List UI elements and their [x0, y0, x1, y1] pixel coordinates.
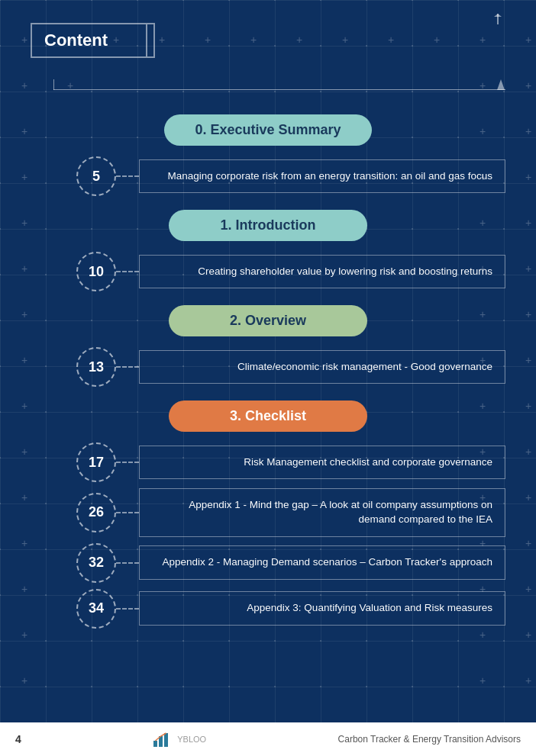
page-title: Content [44, 31, 108, 50]
section-text-box-7: Risk Management checklist and corporate … [139, 446, 505, 480]
heading-pill-4: 2. Overview [169, 305, 367, 336]
section-row-5: 13Climate/economic risk management - Goo… [31, 347, 505, 387]
section-row-3: 10Creating shareholder value by lowering… [31, 252, 505, 291]
content-title-wrapper: Content [31, 23, 505, 81]
section-number-9: 32 [76, 543, 116, 583]
heading-pill-2: 1. Introduction [169, 210, 367, 241]
section-text-box-10: Appendix 3: Quantifying Valuation and Ri… [139, 591, 505, 626]
sections-container: 0. Executive Summary5Managing corporate … [31, 114, 505, 629]
section-text-box-1: Managing corporate risk from an energy t… [139, 159, 505, 194]
title-bottom-right-arrow [493, 79, 509, 90]
dashed-connector-5 [116, 366, 139, 368]
title-bottom-bracket [53, 79, 505, 90]
footer-chart-icon [153, 732, 171, 747]
footer-page-number: 4 [15, 733, 21, 745]
section-text-box-5: Climate/economic risk management - Good … [139, 350, 505, 384]
section-number-1: 5 [76, 156, 116, 196]
dashed-connector-9 [116, 562, 139, 564]
content-title-box: Content [31, 23, 155, 58]
section-number-5: 13 [76, 347, 116, 387]
dashed-connector-1 [116, 175, 139, 177]
section-text-box-9: Appendix 2 - Managing Demand scenarios –… [139, 545, 505, 580]
svg-marker-6 [497, 79, 505, 90]
dashed-connector-10 [116, 608, 139, 610]
section-number-7: 17 [76, 442, 116, 482]
title-top-arrow-svg [490, 14, 505, 24]
heading-row-4: 2. Overview [31, 305, 505, 336]
footer-logo-area: YBLOO [153, 732, 206, 747]
dashed-connector-8 [116, 512, 139, 513]
section-row-8: 26Appendix 1 - Mind the gap – A look at … [31, 488, 505, 537]
footer-company-name: Carbon Tracker & Energy Transition Advis… [338, 734, 521, 745]
page-content: Content 0. Executive Summary5Managing co… [0, 0, 536, 650]
svg-rect-9 [164, 733, 168, 747]
section-row-9: 32Appendix 2 - Managing Demand scenarios… [31, 543, 505, 583]
section-number-10: 34 [76, 589, 116, 629]
svg-marker-1 [494, 14, 502, 17]
footer-watermark: YBLOO [177, 735, 206, 744]
svg-rect-7 [153, 741, 157, 747]
heading-pill-0: 0. Executive Summary [164, 114, 371, 146]
section-row-10: 34Appendix 3: Quantifying Valuation and … [31, 589, 505, 629]
section-text-box-8: Appendix 1 - Mind the gap – A look at oi… [139, 488, 505, 537]
heading-row-6: 3. Checklist [31, 401, 505, 432]
section-number-3: 10 [76, 252, 116, 291]
heading-row-0: 0. Executive Summary [31, 114, 505, 146]
section-row-1: 5Managing corporate risk from an energy … [31, 156, 505, 196]
section-row-7: 17Risk Management checklist and corporat… [31, 442, 505, 482]
heading-pill-6: 3. Checklist [169, 401, 367, 432]
dashed-connector-3 [116, 271, 139, 272]
section-number-8: 26 [76, 493, 116, 532]
title-right-bracket [138, 24, 155, 56]
page-footer: 4 YBLOO Carbon Tracker & Energy Transiti… [0, 722, 536, 756]
heading-row-2: 1. Introduction [31, 210, 505, 241]
section-text-box-3: Creating shareholder value by lowering r… [139, 255, 505, 289]
dashed-connector-7 [116, 462, 139, 463]
